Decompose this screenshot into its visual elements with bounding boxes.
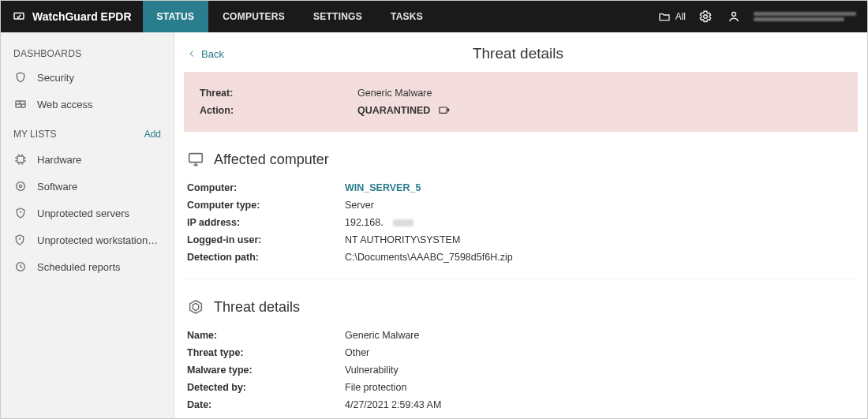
tab-label: STATUS — [157, 11, 195, 22]
sidebar-item-label: Security — [37, 72, 74, 84]
back-link[interactable]: Back — [187, 48, 224, 60]
alert-action-key: Action: — [200, 105, 357, 116]
sidebar-item-scheduled-reports[interactable]: Scheduled reports — [1, 253, 174, 280]
row-key: Logged-in user: — [187, 234, 345, 245]
svg-rect-4 — [17, 156, 24, 163]
row-key: Detection path: — [187, 252, 345, 263]
topbar-right: All — [658, 8, 867, 25]
svg-point-2 — [732, 13, 736, 17]
row-value: C:\Documents\AAABC_7598d5f6H.zip — [345, 252, 513, 263]
svg-point-5 — [17, 182, 25, 191]
shield-icon — [13, 71, 28, 84]
sidebar-item-hardware[interactable]: Hardware — [1, 146, 174, 173]
tab-label: COMPUTERS — [223, 11, 285, 22]
tab-status[interactable]: STATUS — [143, 1, 209, 32]
radar-icon — [187, 298, 204, 316]
svg-point-1 — [704, 15, 708, 19]
row-key: Threat type: — [187, 347, 345, 358]
sidebar-item-label: Unprotected servers — [37, 208, 129, 219]
sidebar-section-mylists: MY LISTS — [13, 129, 56, 140]
row-key: Detected by: — [187, 382, 345, 393]
content: Back Threat details Threat: Generic Malw… — [174, 32, 867, 418]
alert-action-value: QUARANTINED — [357, 105, 451, 116]
svg-rect-0 — [14, 13, 24, 20]
sidebar-item-unprotected-workstations[interactable]: Unprotected workstations... — [1, 226, 174, 253]
web-access-icon — [13, 98, 28, 110]
user-icon[interactable] — [725, 8, 743, 25]
svg-point-6 — [19, 185, 21, 187]
svg-rect-8 — [440, 107, 447, 113]
alert-action-text: QUARANTINED — [357, 105, 430, 116]
row-value: 192.168. — [345, 217, 413, 228]
sidebar-section-dashboards: DASHBOARDS — [1, 43, 174, 64]
monitor-icon — [187, 151, 204, 168]
section-threat-details: Threat details Name: Generic Malware Thr… — [184, 294, 858, 418]
ip-visible: 192.168. — [345, 217, 383, 228]
sidebar: DASHBOARDS Security Web access MY LISTS … — [1, 32, 174, 418]
folder-icon — [658, 10, 671, 23]
page-title: Threat details — [473, 45, 603, 62]
sidebar-item-label: Unprotected workstations... — [37, 234, 159, 246]
sidebar-item-label: Software — [37, 181, 77, 193]
warning-shield-icon — [13, 207, 28, 219]
topbar: WatchGuard EPDR STATUS COMPUTERS SETTING… — [1, 1, 867, 32]
settings-gear-icon[interactable] — [697, 8, 714, 25]
divider — [184, 279, 858, 279]
sidebar-item-label: Web access — [37, 99, 93, 110]
back-label: Back — [201, 48, 224, 60]
row-value: Other — [345, 347, 369, 358]
row-value: Server — [345, 200, 374, 211]
ip-redacted — [393, 219, 413, 226]
account-name-redacted — [754, 12, 856, 21]
sidebar-item-security[interactable]: Security — [1, 64, 174, 91]
restore-icon[interactable] — [438, 105, 451, 116]
alert-threat-value: Generic Malware — [357, 88, 432, 99]
chevron-left-icon — [187, 49, 196, 58]
sidebar-item-unprotected-servers[interactable]: Unprotected servers — [1, 200, 174, 226]
row-value: 4/27/2021 2:59:43 AM — [345, 399, 441, 410]
svg-rect-9 — [189, 154, 203, 163]
row-value: NT AUTHORITY\SYSTEM — [345, 234, 460, 245]
row-value: Vulnerability — [345, 365, 398, 376]
tab-settings[interactable]: SETTINGS — [299, 1, 376, 32]
sidebar-item-web-access[interactable]: Web access — [1, 91, 174, 118]
row-key: Malware type: — [187, 365, 345, 376]
add-list-link[interactable]: Add — [144, 129, 161, 140]
filter-all[interactable]: All — [658, 10, 686, 23]
filter-label: All — [675, 11, 686, 22]
row-key: Date: — [187, 399, 345, 410]
alert-threat-key: Threat: — [200, 88, 357, 99]
sidebar-item-software[interactable]: Software — [1, 173, 174, 200]
brand-logo-icon — [12, 9, 26, 24]
sidebar-item-label: Scheduled reports — [37, 261, 121, 273]
tab-label: TASKS — [391, 11, 423, 22]
section-title: Threat details — [214, 299, 300, 316]
threat-alert-banner: Threat: Generic Malware Action: QUARANTI… — [184, 72, 858, 132]
software-icon — [13, 180, 28, 193]
hardware-icon — [13, 153, 28, 166]
content-header: Back Threat details — [174, 32, 867, 72]
warning-shield-icon — [13, 234, 28, 246]
top-tabs: STATUS COMPUTERS SETTINGS TASKS — [143, 1, 437, 32]
tab-computers[interactable]: COMPUTERS — [208, 1, 299, 32]
row-key: Computer type: — [187, 200, 345, 211]
row-key: IP address: — [187, 217, 345, 228]
row-value: File protection — [345, 382, 407, 393]
row-value: Generic Malware — [345, 330, 419, 341]
tab-tasks[interactable]: TASKS — [376, 1, 437, 32]
computer-link[interactable]: WIN_SERVER_5 — [345, 182, 421, 193]
brand-name: WatchGuard EPDR — [32, 10, 132, 23]
brand: WatchGuard EPDR — [1, 9, 143, 24]
row-key: Computer: — [187, 182, 345, 193]
sidebar-item-label: Hardware — [37, 154, 81, 166]
tab-label: SETTINGS — [313, 11, 362, 22]
row-key: Name: — [187, 330, 345, 341]
clock-icon — [13, 260, 28, 273]
section-title: Affected computer — [214, 152, 329, 168]
section-affected-computer: Affected computer Computer: WIN_SERVER_5… — [184, 146, 858, 271]
